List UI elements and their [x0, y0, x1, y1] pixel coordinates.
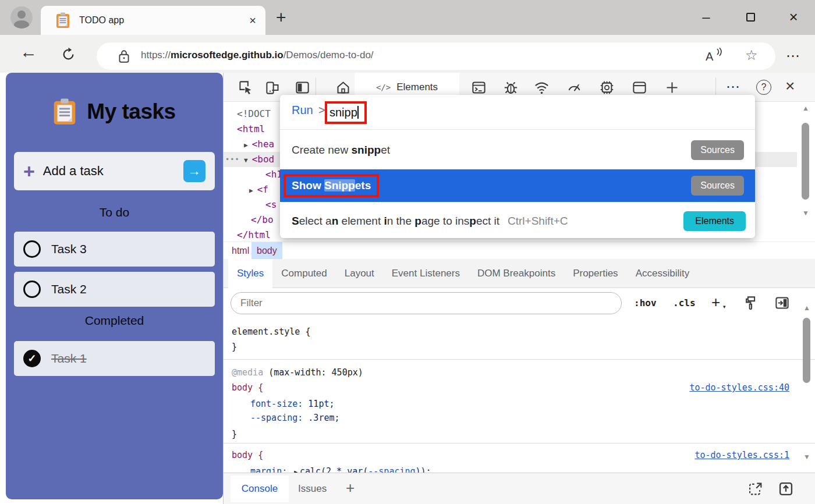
clipboard-favicon-icon: [56, 12, 70, 29]
computed-sidebar-toggle-icon[interactable]: [774, 295, 790, 311]
stylesheet-link[interactable]: to-do-styles.css:40: [689, 380, 789, 395]
arrow-right-icon: →: [188, 164, 201, 179]
clipboard-icon: [53, 98, 76, 126]
command-item-select-element[interactable]: Select an element in the page to inspect…: [280, 205, 755, 237]
styles-scrollbar[interactable]: ▲ ▼: [802, 303, 812, 473]
tab-issues[interactable]: Issues: [298, 473, 327, 504]
css-variable-link[interactable]: --spacing: [368, 466, 415, 473]
read-aloud-button[interactable]: A: [706, 48, 725, 63]
task-checkbox[interactable]: [23, 240, 41, 258]
window-close-button[interactable]: ×: [779, 0, 808, 34]
todo-app-panel: My tasks + Add a task → To do Task 3 Tas…: [6, 73, 223, 499]
style-rule-selector[interactable]: body {: [232, 448, 263, 463]
tab-dom-breakpoints[interactable]: DOM Breakpoints: [469, 259, 564, 288]
elements-scrollbar[interactable]: ▲ ▼: [801, 103, 810, 243]
add-task-submit-button[interactable]: →: [183, 160, 205, 182]
profile-avatar[interactable]: [10, 6, 33, 29]
layout-panel-icon[interactable]: [632, 80, 647, 95]
minimize-button[interactable]: –: [692, 0, 721, 34]
tab-properties[interactable]: Properties: [564, 259, 626, 288]
scrollbar-thumb[interactable]: [802, 123, 809, 200]
task-row[interactable]: Task 2: [14, 272, 215, 307]
stylesheet-link[interactable]: to-do-styles.css:1: [694, 448, 789, 463]
browser-menu-button[interactable]: ⋯: [786, 48, 801, 64]
styles-pane: element.style { } @media (max-width: 450…: [224, 318, 815, 473]
command-item-show-snippets-selected[interactable]: Show Snippets Sources: [280, 169, 755, 202]
css-property[interactable]: --spacing: .3rem;: [250, 410, 340, 425]
tab-layout[interactable]: Layout: [336, 259, 383, 288]
bug-icon[interactable]: [503, 80, 519, 95]
sources-badge: Sources: [691, 176, 744, 196]
maximize-button[interactable]: [736, 0, 765, 34]
tree-node[interactable]: <s: [265, 197, 277, 212]
new-tab-button[interactable]: +: [276, 8, 286, 27]
device-emulation-icon[interactable]: [265, 80, 281, 95]
styles-filter-input[interactable]: [231, 292, 622, 314]
page-title: My tasks: [87, 100, 175, 124]
check-icon: ✓: [27, 352, 36, 365]
tab-computed[interactable]: Computed: [272, 259, 335, 288]
style-rule-selector[interactable]: body {: [232, 380, 263, 395]
task-row[interactable]: ✓ Task 1: [14, 341, 215, 376]
memory-chip-icon[interactable]: [599, 80, 615, 95]
home-icon[interactable]: [335, 80, 351, 95]
console-panel-icon[interactable]: [471, 80, 487, 95]
tree-node-body-selected[interactable]: •••▼<bod: [244, 152, 274, 167]
task-checkbox[interactable]: [23, 281, 41, 298]
tree-node[interactable]: <!DOCT: [237, 107, 271, 122]
tab-event-listeners[interactable]: Event Listeners: [383, 259, 469, 288]
task-row[interactable]: Task 3: [14, 232, 215, 267]
code-icon: </>: [376, 83, 391, 92]
css-property[interactable]: font-size: 11pt;: [250, 396, 335, 411]
breadcrumb-body[interactable]: body: [251, 242, 282, 260]
avatar-icon: [17, 10, 26, 19]
expand-arrow-icon: ▶: [249, 187, 253, 194]
expand-arrow-icon: ▶: [244, 141, 248, 149]
lock-icon: [118, 49, 130, 64]
inspect-element-icon[interactable]: [238, 80, 254, 95]
tab-console[interactable]: Console: [231, 475, 289, 502]
devtools-more-icon[interactable]: ⋯: [726, 79, 741, 95]
style-rule-selector[interactable]: element.style {: [232, 324, 310, 339]
tab-accessibility[interactable]: Accessibility: [627, 259, 699, 288]
command-query-text[interactable]: snipp: [329, 106, 359, 119]
favorites-star-icon[interactable]: ☆: [745, 47, 758, 63]
tree-node[interactable]: ▶<hea: [244, 137, 274, 152]
scrollbar-thumb[interactable]: [803, 318, 810, 383]
expand-value-icon[interactable]: ▶: [294, 468, 298, 473]
tab-close-icon[interactable]: ×: [249, 14, 256, 27]
undock-drawer-icon[interactable]: [747, 481, 764, 497]
help-icon[interactable]: ?: [756, 80, 771, 95]
add-task-input[interactable]: + Add a task →: [14, 152, 215, 190]
tree-node[interactable]: </html: [237, 228, 271, 243]
command-input-row[interactable]: Run > snipp: [280, 95, 755, 130]
tree-node[interactable]: ▶<f: [249, 182, 268, 197]
performance-gauge-icon[interactable]: [566, 80, 582, 95]
breadcrumb-html[interactable]: html: [226, 242, 254, 260]
back-button[interactable]: ←: [20, 42, 37, 62]
task-checkbox-checked[interactable]: ✓: [23, 350, 41, 367]
tree-node[interactable]: </bo: [251, 212, 274, 228]
rendering-brush-icon[interactable]: [743, 295, 759, 311]
url-text: https://microsoftedge.github.io/Demos/de…: [141, 49, 374, 61]
shortcut-label: Ctrl+Shift+C: [508, 215, 568, 227]
address-bar[interactable]: https://microsoftedge.github.io/Demos/de…: [97, 42, 775, 70]
tab-styles[interactable]: Styles: [228, 259, 272, 288]
devtools-close-icon[interactable]: ×: [785, 77, 795, 95]
drawer-add-tab-icon[interactable]: +: [346, 479, 355, 497]
browser-tab-todo-app[interactable]: TODO app ×: [41, 6, 265, 35]
tree-node[interactable]: <html: [237, 122, 265, 137]
new-style-rule-button[interactable]: +▾: [711, 293, 720, 311]
hover-state-toggle[interactable]: :hov: [634, 288, 657, 318]
browser-titlebar: TODO app × + – ×: [0, 0, 815, 35]
dom-breadcrumb: html body: [224, 242, 815, 259]
css-property[interactable]: margin: ▶calc(2 * var(--spacing));: [250, 464, 431, 473]
sources-badge: Sources: [691, 140, 744, 160]
dock-side-icon[interactable]: [295, 80, 310, 95]
command-item-create-new-snippet[interactable]: Create new snippet Sources: [280, 134, 755, 166]
refresh-button[interactable]: [61, 47, 76, 62]
more-tools-plus-icon[interactable]: [664, 80, 680, 95]
network-wifi-icon[interactable]: [534, 80, 550, 95]
class-toggle[interactable]: .cls: [673, 288, 696, 318]
expand-drawer-icon[interactable]: [778, 481, 794, 497]
